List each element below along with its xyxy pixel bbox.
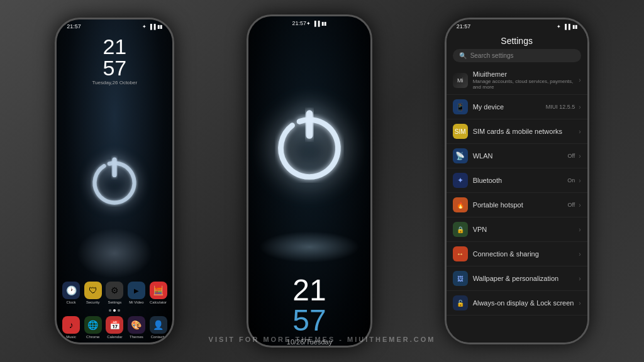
- app-icon-themes: 🎨: [128, 316, 145, 334]
- hotspot-icon: 🔥: [453, 197, 468, 212]
- bluetooth-text: Bluetooth: [473, 177, 568, 184]
- app-grid-row2: ♪ Music 🌐 Chrome 📅 Calendar 🎨 Themes 👤: [57, 314, 172, 343]
- settings-search-bar[interactable]: 🔍 Search settings: [453, 49, 581, 62]
- wallpaper-label: Wallpaper & personalization: [473, 275, 579, 282]
- home-screen: 21:57 ✦ ▐▐ ▮▮ 21 57 Tuesday,26 October: [57, 19, 172, 343]
- app-chrome[interactable]: 🌐 Chrome: [84, 316, 103, 339]
- connection-text: Connection & sharing: [473, 250, 579, 258]
- miuithemer-sublabel: Manage accounts, cloud services, payment…: [473, 79, 579, 90]
- app-icon-settings: ⚙: [106, 282, 123, 299]
- arrow-icon: ›: [579, 300, 580, 307]
- settings-item-vpn[interactable]: 🔒 VPN ›: [447, 217, 587, 242]
- watermark: VISIT FOR MORE THEMES - MIUITHEMER.COM: [209, 336, 436, 343]
- settings-item-connection[interactable]: ↔ Connection & sharing ›: [447, 242, 587, 266]
- settings-item-wlan[interactable]: 📡 WLAN Off ›: [447, 144, 587, 168]
- bluetooth-icon-settings: ✦: [557, 24, 561, 30]
- phone-lock: 21:57 ✦ ▐▐ ▮▮: [247, 14, 372, 348]
- lock-power-area: [248, 28, 370, 269]
- status-icons-lock: ✦ ▐▐ ▮▮: [306, 21, 326, 26]
- lock-clock-minutes: 57: [287, 305, 332, 336]
- phone-home: 21:57 ✦ ▐▐ ▮▮ 21 57 Tuesday,26 October: [55, 18, 174, 344]
- app-label-chrome: Chrome: [86, 335, 99, 339]
- signal-icon-lock: ▐▐: [313, 21, 319, 26]
- page-dots: [57, 307, 172, 314]
- status-icons: ✦ ▐▐ ▮▮: [142, 24, 162, 30]
- miuithemer-label: Miuithemer: [473, 70, 579, 78]
- clock-date: Tuesday,26 October: [57, 80, 172, 85]
- lock-power-svg: [269, 107, 350, 189]
- status-bar-home: 21:57 ✦ ▐▐ ▮▮: [57, 19, 172, 31]
- mydevice-label: My device: [473, 103, 546, 111]
- always-on-icon: 🔓: [453, 295, 468, 310]
- app-themes[interactable]: 🎨 Themes: [127, 316, 146, 339]
- settings-item-hotspot[interactable]: 🔥 Portable hotspot Off ›: [447, 193, 587, 217]
- sim-text: SIM cards & mobile networks: [473, 128, 579, 135]
- bluetooth-icon: ✦: [142, 24, 147, 30]
- app-security[interactable]: 🛡 Security: [84, 282, 103, 304]
- battery-icon: ▮▮: [157, 24, 162, 30]
- power-glow: [77, 228, 152, 278]
- arrow-icon: ›: [579, 77, 580, 84]
- app-calculator[interactable]: 🧮 Calculator: [149, 282, 168, 304]
- wlan-text: WLAN: [473, 152, 568, 160]
- connection-icon: ↔: [453, 246, 468, 261]
- always-on-label: Always-on display & Lock screen: [473, 299, 579, 307]
- app-music[interactable]: ♪ Music: [62, 316, 80, 339]
- app-label-themes: Themes: [130, 335, 143, 339]
- app-label-calculator: Calculator: [150, 300, 167, 304]
- app-label-music: Music: [66, 335, 76, 339]
- status-time-settings: 21:57: [457, 23, 471, 30]
- settings-item-mydevice[interactable]: 📱 My device MIUI 12.5.5 ›: [447, 95, 587, 119]
- search-placeholder: Search settings: [470, 52, 514, 59]
- arrow-icon: ›: [579, 128, 580, 135]
- connection-label: Connection & sharing: [473, 250, 579, 258]
- vpn-icon: 🔒: [453, 222, 468, 237]
- wlan-value: Off: [567, 153, 575, 159]
- settings-item-wallpaper[interactable]: 🖼 Wallpaper & personalization ›: [447, 266, 587, 291]
- miuithemer-icon: Mi: [453, 73, 468, 88]
- dot-2: [113, 309, 116, 312]
- arrow-icon: ›: [579, 275, 580, 282]
- lock-clock-hours: 21: [287, 275, 332, 305]
- battery-icon-settings: ▮▮: [572, 24, 577, 30]
- clock-time: 21 57: [57, 36, 172, 79]
- bluetooth-settings-icon: ✦: [453, 173, 468, 188]
- app-icon-chrome: 🌐: [84, 316, 102, 334]
- app-icon-calculator: 🧮: [150, 282, 167, 299]
- app-label-calendar: Calendar: [107, 335, 122, 339]
- sim-icon: SIM: [453, 124, 468, 139]
- mydevice-text: My device: [473, 103, 546, 111]
- app-settings[interactable]: ⚙ Settings: [106, 282, 125, 304]
- lock-glow-ground: [259, 231, 360, 263]
- arrow-icon: ›: [579, 202, 580, 209]
- settings-item-bluetooth[interactable]: ✦ Bluetooth On ›: [447, 168, 587, 193]
- app-mivideo[interactable]: ▶ Mi Video: [127, 282, 146, 304]
- app-clock[interactable]: 🕐 Clock: [62, 282, 80, 304]
- settings-item-miuithemer[interactable]: Mi Miuithemer Manage accounts, cloud ser…: [447, 66, 587, 95]
- hotspot-label: Portable hotspot: [473, 201, 568, 209]
- app-icon-music: ♪: [62, 316, 80, 334]
- arrow-icon: ›: [579, 251, 580, 258]
- app-grid-row1: 🕐 Clock 🛡 Security ⚙ Settings ▶ Mi Video…: [57, 278, 172, 307]
- dot-3: [118, 309, 120, 312]
- hotspot-text: Portable hotspot: [473, 201, 568, 209]
- settings-item-sim[interactable]: SIM SIM cards & mobile networks ›: [447, 119, 587, 144]
- app-calendar[interactable]: 📅 Calendar: [106, 316, 125, 339]
- app-icon-security: 🛡: [84, 282, 102, 299]
- app-label-clock: Clock: [67, 300, 76, 304]
- always-on-text: Always-on display & Lock screen: [473, 299, 579, 307]
- wallpaper-icon: 🖼: [453, 271, 468, 286]
- settings-item-always-on[interactable]: 🔓 Always-on display & Lock screen ›: [447, 291, 587, 315]
- bluetooth-icon-lock: ✦: [306, 21, 311, 26]
- lock-screen: 21:57 ✦ ▐▐ ▮▮: [248, 16, 370, 346]
- miuithemer-text: Miuithemer Manage accounts, cloud servic…: [473, 70, 579, 90]
- signal-icon-settings: ▐▐: [563, 24, 570, 30]
- vpn-text: VPN: [473, 226, 579, 233]
- svg-rect-1: [306, 110, 313, 139]
- app-contacts[interactable]: 👤 Contacts: [149, 316, 168, 339]
- arrow-icon: ›: [579, 226, 580, 233]
- wallpaper-text: Wallpaper & personalization: [473, 275, 579, 282]
- svg-rect-0: [113, 157, 117, 177]
- mydevice-value: MIUI 12.5.5: [546, 104, 575, 110]
- mydevice-icon: 📱: [453, 99, 468, 114]
